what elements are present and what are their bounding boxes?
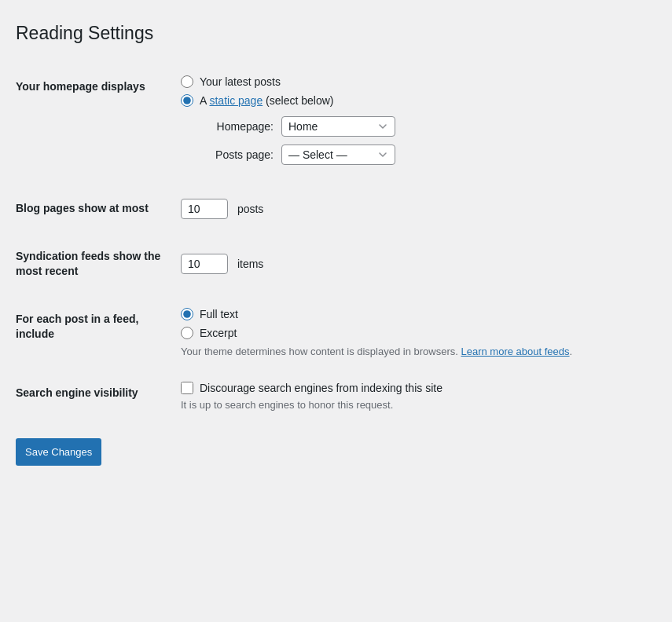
page-title: Reading Settings xyxy=(16,16,656,47)
excerpt-label[interactable]: Excerpt xyxy=(200,327,237,339)
syndication-feeds-input[interactable] xyxy=(181,254,228,274)
blog-pages-input[interactable] xyxy=(181,199,228,219)
latest-posts-label[interactable]: Your latest posts xyxy=(200,75,281,88)
syndication-feeds-field: items xyxy=(173,232,656,295)
posts-page-field-label: Posts page: xyxy=(187,148,274,161)
feed-content-description: Your theme determines how content is dis… xyxy=(181,346,648,357)
homepage-displays-options: Your latest posts A static page (select … xyxy=(173,64,656,185)
blog-pages-label: Blog pages show at most xyxy=(16,185,173,233)
static-page-label[interactable]: A static page (select below) xyxy=(200,94,333,107)
latest-posts-radio[interactable] xyxy=(181,75,193,88)
blog-pages-suffix: posts xyxy=(237,203,263,215)
discourage-search-checkbox[interactable] xyxy=(181,382,193,394)
feed-content-options: Full text Excerpt Your theme determines … xyxy=(173,295,656,369)
homepage-displays-label: Your homepage displays xyxy=(16,64,173,185)
homepage-select[interactable]: Home Sample Page About xyxy=(281,116,395,137)
save-changes-button[interactable]: Save Changes xyxy=(16,438,101,466)
search-engine-options: Discourage search engines from indexing … xyxy=(173,369,656,423)
full-text-label[interactable]: Full text xyxy=(200,308,238,320)
discourage-search-label[interactable]: Discourage search engines from indexing … xyxy=(200,382,442,394)
blog-pages-field: posts xyxy=(173,185,656,233)
homepage-field-label: Homepage: xyxy=(187,120,274,133)
search-engine-label: Search engine visibility xyxy=(16,369,173,423)
full-text-radio[interactable] xyxy=(181,308,193,320)
learn-more-feeds-link[interactable]: Learn more about feeds xyxy=(461,346,570,357)
syndication-feeds-suffix: items xyxy=(237,258,263,270)
static-page-radio[interactable] xyxy=(181,94,193,107)
excerpt-radio[interactable] xyxy=(181,327,193,339)
syndication-feeds-label: Syndication feeds show the most recent xyxy=(16,232,173,295)
feed-content-label: For each post in a feed, include xyxy=(16,295,173,369)
search-engine-description: It is up to search engines to honor this… xyxy=(181,399,648,411)
static-page-link[interactable]: static page xyxy=(209,94,263,107)
posts-page-select[interactable]: — Select — Blog News xyxy=(281,145,395,165)
